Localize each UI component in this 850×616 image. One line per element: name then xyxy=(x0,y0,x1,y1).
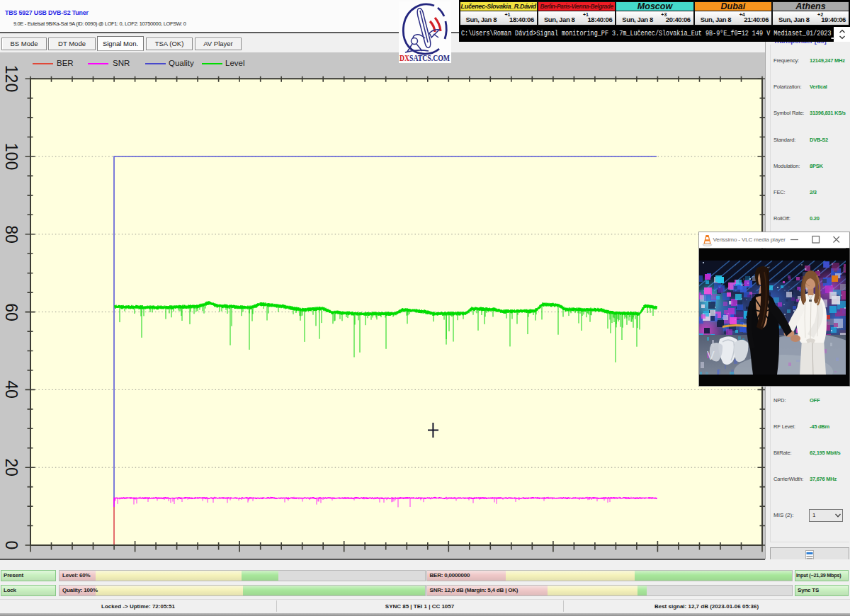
svg-text:Verissimo - VLC media player: Verissimo - VLC media player xyxy=(713,236,786,243)
svg-text:DXSATCS.COM: DXSATCS.COM xyxy=(400,53,450,63)
svg-text:V: V xyxy=(707,350,715,362)
